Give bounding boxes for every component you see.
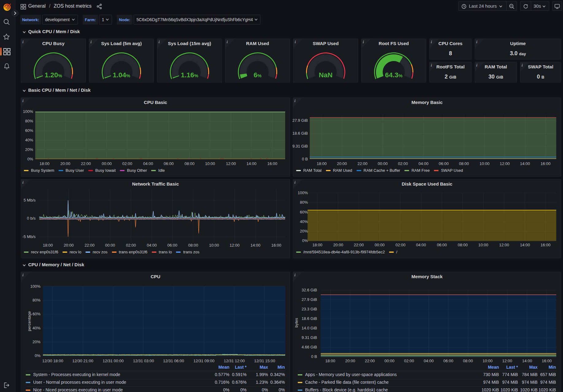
svg-text:bytes: bytes bbox=[294, 318, 299, 328]
